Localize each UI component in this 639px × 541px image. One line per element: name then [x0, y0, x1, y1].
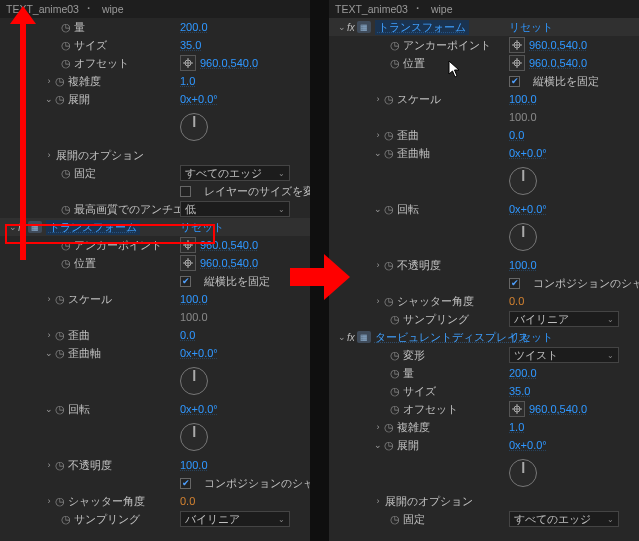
stopwatch-icon[interactable]: ◷	[60, 203, 72, 216]
prop-shutter-angle[interactable]: › ◷ シャッター角度 0.0	[0, 492, 310, 510]
point-picker-icon[interactable]	[180, 55, 196, 71]
prop-evolution[interactable]: ⌄ ◷ 展開 0x+0.0°	[0, 90, 310, 108]
prop-size[interactable]: ◷ サイズ 35.0	[0, 36, 310, 54]
stopwatch-icon[interactable]: ◷	[54, 495, 66, 508]
angle-dial-icon[interactable]	[509, 459, 537, 487]
twirl-icon[interactable]: ›	[44, 294, 54, 304]
prop-anchor[interactable]: ◷ アンカーポイント 960.0,540.0	[0, 236, 310, 254]
prop-skew[interactable]: › ◷ 歪曲 0.0	[0, 326, 310, 344]
offset-value[interactable]: 960.0,540.0	[200, 57, 258, 69]
stopwatch-icon[interactable]: ◷	[389, 349, 401, 362]
prop-deform[interactable]: ◷ 変形 ツイスト⌄	[329, 346, 639, 364]
lock-aspect-checkbox[interactable]	[509, 76, 520, 87]
prop-skew-axis[interactable]: ⌄ ◷ 歪曲軸 0x+0.0°	[329, 144, 639, 162]
prop-lock-aspect[interactable]: 縦横比を固定	[329, 72, 639, 90]
layer-name[interactable]: TEXT_anime03	[6, 3, 79, 15]
stopwatch-icon[interactable]: ◷	[54, 75, 66, 88]
twirl-icon[interactable]: ⌄	[373, 204, 383, 214]
point-picker-icon[interactable]	[509, 37, 525, 53]
stopwatch-icon[interactable]: ◷	[389, 39, 401, 52]
prop-anchor[interactable]: ◷ アンカーポイント 960.0,540.0	[329, 36, 639, 54]
stopwatch-icon[interactable]: ◷	[54, 347, 66, 360]
fx-icon[interactable]: fx	[347, 22, 355, 33]
prop-comp-shutter[interactable]: コンポジションのシャッター…	[329, 274, 639, 292]
effect-tab[interactable]: wipe	[98, 2, 128, 16]
prop-opacity[interactable]: › ◷ 不透明度 100.0	[329, 256, 639, 274]
stopwatch-icon[interactable]: ◷	[383, 147, 395, 160]
twirl-icon[interactable]: ›	[44, 460, 54, 470]
reset-link[interactable]: リセット	[180, 220, 224, 235]
twirl-icon[interactable]: ›	[373, 296, 383, 306]
point-picker-icon[interactable]	[509, 401, 525, 417]
effect-name[interactable]: トランスフォーム	[46, 220, 140, 235]
stopwatch-icon[interactable]: ◷	[383, 93, 395, 106]
lock-aspect-checkbox[interactable]	[180, 276, 191, 287]
stopwatch-icon[interactable]: ◷	[389, 57, 401, 70]
prop-sampling[interactable]: ◷ サンプリング バイリニア⌄	[0, 510, 310, 528]
prop-position[interactable]: ◷ 位置 960.0,540.0	[329, 54, 639, 72]
prop-offset[interactable]: ◷ オフセット 960.0,540.0	[0, 54, 310, 72]
stopwatch-icon[interactable]: ◷	[54, 403, 66, 416]
prop-rotation[interactable]: ⌄ ◷ 回転 0x+0.0°	[329, 200, 639, 218]
stopwatch-icon[interactable]: ◷	[383, 259, 395, 272]
prop-antialias[interactable]: ◷ 最高画質でのアンチエイリ… 低⌄	[0, 200, 310, 218]
prop-amount[interactable]: ◷ 量 200.0	[0, 18, 310, 36]
prop-evo-options[interactable]: › 展開のオプション	[0, 146, 310, 164]
twirl-icon[interactable]: ⌄	[8, 222, 18, 232]
stopwatch-icon[interactable]: ◷	[389, 313, 401, 326]
twirl-icon[interactable]: ⌄	[337, 22, 347, 32]
twirl-icon[interactable]: ›	[373, 94, 383, 104]
stopwatch-icon[interactable]: ◷	[383, 439, 395, 452]
twirl-icon[interactable]: ⌄	[373, 440, 383, 450]
twirl-icon[interactable]: ⌄	[373, 148, 383, 158]
fx-icon[interactable]: fx	[347, 332, 355, 343]
prop-size[interactable]: ◷ サイズ 35.0	[329, 382, 639, 400]
twirl-icon[interactable]: ⌄	[44, 94, 54, 104]
twirl-icon[interactable]: ›	[44, 150, 54, 160]
prop-sampling[interactable]: ◷ サンプリング バイリニア⌄	[329, 310, 639, 328]
comp-shutter-checkbox[interactable]	[509, 278, 520, 289]
twirl-icon[interactable]: ›	[373, 130, 383, 140]
pin-dropdown[interactable]: すべてのエッジ⌄	[509, 511, 619, 527]
sampling-dropdown[interactable]: バイリニア⌄	[509, 311, 619, 327]
twirl-icon[interactable]: ⌄	[337, 332, 347, 342]
sampling-dropdown[interactable]: バイリニア⌄	[180, 511, 290, 527]
prop-skew[interactable]: › ◷ 歪曲 0.0	[329, 126, 639, 144]
twirl-icon[interactable]: ›	[373, 260, 383, 270]
stopwatch-icon[interactable]: ◷	[54, 293, 66, 306]
reset-link[interactable]: リセット	[509, 330, 553, 345]
prop-shutter-angle[interactable]: › ◷ シャッター角度 0.0	[329, 292, 639, 310]
prop-comp-shutter[interactable]: コンポジションのシャッター…	[0, 474, 310, 492]
effect-name[interactable]: タービュレントディスプレイス	[375, 330, 529, 345]
resize-checkbox[interactable]	[180, 186, 191, 197]
point-picker-icon[interactable]	[180, 237, 196, 253]
pin-dropdown[interactable]: すべてのエッジ⌄	[180, 165, 290, 181]
antialias-dropdown[interactable]: 低⌄	[180, 201, 290, 217]
angle-dial-icon[interactable]	[509, 167, 537, 195]
prop-pin[interactable]: ◷ 固定 すべてのエッジ⌄	[329, 510, 639, 528]
stopwatch-icon[interactable]: ◷	[60, 257, 72, 270]
angle-dial-icon[interactable]	[180, 367, 208, 395]
effect-transform-header[interactable]: ⌄ fx ▦ トランスフォーム リセット	[0, 218, 310, 236]
twirl-icon[interactable]: ›	[44, 76, 54, 86]
twirl-icon[interactable]: ›	[44, 330, 54, 340]
stopwatch-icon[interactable]: ◷	[54, 93, 66, 106]
prop-scale[interactable]: › ◷ スケール 100.0	[329, 90, 639, 108]
stopwatch-icon[interactable]: ◷	[383, 295, 395, 308]
prop-scale[interactable]: › ◷ スケール 100.0	[0, 290, 310, 308]
layer-name[interactable]: TEXT_anime03	[335, 3, 408, 15]
stopwatch-icon[interactable]: ◷	[60, 39, 72, 52]
stopwatch-icon[interactable]: ◷	[383, 129, 395, 142]
prop-evolution[interactable]: ⌄ ◷ 展開 0x+0.0°	[329, 436, 639, 454]
stopwatch-icon[interactable]: ◷	[389, 385, 401, 398]
prop-complexity[interactable]: › ◷ 複雑度 1.0	[329, 418, 639, 436]
angle-dial-icon[interactable]	[180, 113, 208, 141]
stopwatch-icon[interactable]: ◷	[60, 167, 72, 180]
effect-name[interactable]: トランスフォーム	[375, 20, 469, 35]
prop-rotation[interactable]: ⌄ ◷ 回転 0x+0.0°	[0, 400, 310, 418]
prop-evo-options[interactable]: › 展開のオプション	[329, 492, 639, 510]
effect-turbulent-header[interactable]: ⌄ fx ▦ タービュレントディスプレイス リセット	[329, 328, 639, 346]
deform-dropdown[interactable]: ツイスト⌄	[509, 347, 619, 363]
stopwatch-icon[interactable]: ◷	[60, 513, 72, 526]
point-picker-icon[interactable]	[509, 55, 525, 71]
